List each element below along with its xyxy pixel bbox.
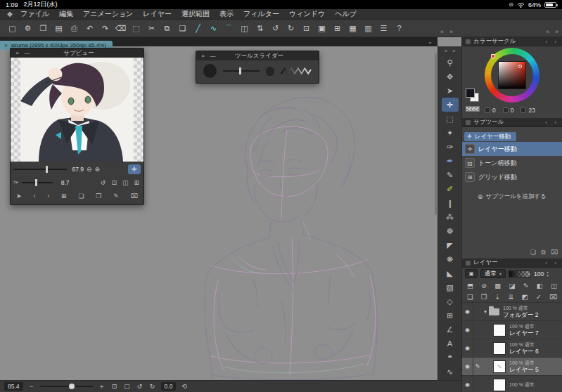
open-file-icon[interactable]: ❐: [37, 22, 50, 35]
tool-slider-palette[interactable]: × — ツールスライダー: [196, 51, 319, 84]
pointer-icon[interactable]: ➤: [16, 192, 22, 200]
subview-palette[interactable]: × — サブビュー: [10, 48, 144, 205]
canvas-settings-icon[interactable]: ⚙: [21, 22, 34, 35]
minimize-icon[interactable]: —: [24, 50, 30, 56]
save-icon[interactable]: ▤: [52, 22, 65, 35]
actual-size-icon[interactable]: ▣: [315, 22, 328, 35]
delete-image-icon[interactable]: ⌧: [131, 192, 138, 200]
decoration-tool[interactable]: ❁: [442, 224, 459, 238]
zoom-slider-handle[interactable]: [69, 384, 75, 389]
collapse-right-icon[interactable]: »: [555, 28, 558, 35]
rotate-reset-icon[interactable]: ↺: [101, 179, 106, 186]
tab-list-chevron-icon[interactable]: ⌄: [428, 37, 433, 46]
menu-item[interactable]: ヘルプ: [330, 9, 362, 19]
menu-item[interactable]: ファイル: [15, 9, 54, 19]
snap-grid-icon[interactable]: ⌒: [222, 22, 236, 35]
divide-view-icon[interactable]: ◫: [551, 282, 557, 289]
fit-screen-icon[interactable]: ⊡: [300, 22, 313, 35]
layer-row[interactable]: ◉ ✎ ▾ 100 % 通常 レイヤー 5: [462, 358, 562, 376]
delete-subtool-icon[interactable]: ⌧: [551, 249, 558, 256]
open-file-icon[interactable]: ❏: [78, 192, 84, 200]
visibility-eye-icon[interactable]: ◉: [465, 381, 470, 388]
flip-vertical-icon[interactable]: ⇅: [253, 22, 267, 35]
visibility-eye-icon[interactable]: ◉: [465, 327, 470, 333]
operation-tool[interactable]: ➤: [442, 84, 459, 98]
brush-tool[interactable]: ❙: [442, 196, 459, 210]
add-image-icon[interactable]: ❐: [96, 192, 101, 200]
menu-item[interactable]: レイヤー: [138, 9, 177, 19]
collapse-left-icon[interactable]: «: [546, 28, 549, 35]
eyedropper-toggle-icon[interactable]: ✑: [13, 179, 19, 186]
ruler-tool[interactable]: ∠: [442, 322, 459, 337]
menu-item[interactable]: フィルター: [238, 9, 284, 19]
marker-tool[interactable]: ✐: [442, 182, 459, 196]
eyedropper-tool[interactable]: ✑: [442, 140, 459, 154]
layer-row[interactable]: ◉ ✎ ▾ 100 % 通常: [462, 376, 562, 392]
visibility-eye-icon[interactable]: ◉: [465, 345, 470, 351]
close-icon[interactable]: ×: [14, 50, 20, 56]
visibility-eye-icon[interactable]: ◉: [465, 363, 470, 370]
transfer-to-below-icon[interactable]: ⇣: [494, 293, 500, 301]
lock-transparent-pixels-icon[interactable]: ▩: [494, 282, 501, 289]
line-correct-tool[interactable]: ∿: [442, 365, 459, 379]
visibility-eye-icon[interactable]: ◉: [465, 308, 470, 315]
menu-item[interactable]: 編集: [54, 9, 78, 19]
zoom-in-button[interactable]: ＋: [98, 382, 106, 391]
prev-image-icon[interactable]: ‹: [33, 192, 35, 200]
zoom-slider[interactable]: [40, 382, 94, 391]
frame-border-tool[interactable]: ⊞: [442, 308, 459, 322]
undo-icon[interactable]: ↶: [83, 22, 96, 35]
menu-item[interactable]: ウィンドウ: [284, 9, 330, 19]
overlay-icon[interactable]: ⊞: [134, 179, 139, 186]
copy-icon[interactable]: ⧉: [160, 22, 174, 35]
collapse-right-icon[interactable]: »: [449, 28, 453, 35]
blend-tool[interactable]: ❋: [442, 252, 459, 266]
panel-prev-icon[interactable]: ‹: [543, 119, 549, 126]
gradient-tool[interactable]: ▧: [442, 280, 459, 294]
rotate-right-button[interactable]: ↻: [148, 383, 157, 390]
redo-icon[interactable]: ↷: [98, 22, 112, 35]
clip-to-layer-below-icon[interactable]: ⬒: [467, 282, 473, 289]
deselect-icon[interactable]: ⬚: [129, 22, 143, 35]
subview-secondary-slider[interactable]: [22, 179, 53, 186]
clear-icon[interactable]: ⌫: [114, 22, 127, 35]
zoom-tool[interactable]: ⚲: [442, 55, 459, 70]
collapse-left-icon[interactable]: «: [445, 48, 447, 54]
layer-row[interactable]: ◉ ✎ ▾ 100 % 通常 フォルダー 2: [462, 303, 562, 321]
close-icon[interactable]: ×: [200, 53, 206, 59]
auto-select-tool[interactable]: ✦: [442, 126, 459, 140]
transparent-color-swatch[interactable]: [466, 106, 480, 112]
panel-prev-icon[interactable]: ‹: [543, 260, 549, 266]
rotate-left-button[interactable]: ↺: [136, 383, 144, 390]
draft-layer-icon[interactable]: ✎: [523, 282, 529, 289]
menu-item[interactable]: 選択範囲: [177, 9, 215, 19]
export-icon[interactable]: ⎙: [68, 22, 81, 35]
layer-thumbnail-settings[interactable]: ▣: [465, 269, 478, 278]
rotate-right-icon[interactable]: ↻: [284, 22, 298, 35]
layer-row[interactable]: ◉ ✎ ▾ 100 % 通常 レイヤー 7: [462, 321, 562, 339]
material-panel-icon[interactable]: ▦: [346, 22, 359, 35]
fill-tool[interactable]: ◣: [442, 266, 459, 280]
cut-icon[interactable]: ✂: [145, 22, 158, 35]
close-tab-icon[interactable]: ×: [4, 42, 8, 48]
workspace-icon[interactable]: ☰: [377, 22, 390, 35]
subtool-item[interactable]: ▤ トーン柄移動: [462, 156, 562, 170]
edit-image-icon[interactable]: ✎: [113, 192, 119, 200]
show-grid-icon[interactable]: ⊞: [331, 22, 344, 35]
menu-item[interactable]: 表示: [215, 9, 238, 19]
flip-horizontal-icon[interactable]: ◫: [238, 22, 251, 35]
next-image-icon[interactable]: ›: [47, 192, 49, 200]
pencil-tool[interactable]: ✎: [442, 168, 459, 182]
help-icon[interactable]: ?: [392, 22, 406, 35]
collapse-right-icon[interactable]: »: [452, 48, 455, 54]
opacity-stepper[interactable]: ▴▾: [547, 270, 549, 277]
pen-tool[interactable]: ✒: [442, 154, 459, 168]
delete-layer-icon[interactable]: ⌧: [549, 293, 557, 301]
saturation-value-square[interactable]: [498, 61, 526, 89]
panel-next-icon[interactable]: ›: [552, 39, 558, 45]
hue-ring[interactable]: [485, 48, 539, 103]
collapse-left-icon[interactable]: «: [440, 28, 444, 35]
snap-ruler-icon[interactable]: ╱: [191, 22, 205, 35]
layer-color-icon[interactable]: ◧: [537, 282, 543, 289]
fit-view-icon[interactable]: ⊡: [111, 179, 117, 186]
